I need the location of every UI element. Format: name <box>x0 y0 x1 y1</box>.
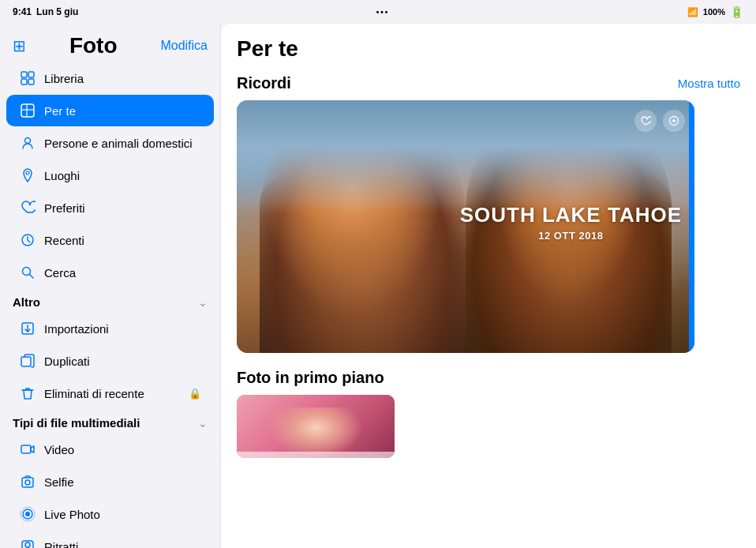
sidebar-title: Foto <box>69 33 118 58</box>
recenti-label: Recenti <box>44 234 201 247</box>
luoghi-icon <box>19 167 36 184</box>
libreria-label: Libreria <box>44 72 201 85</box>
svg-point-16 <box>25 480 30 485</box>
memory-actions <box>634 110 685 132</box>
lock-icon: 🔒 <box>189 388 201 400</box>
sidebar-item-cerca[interactable]: Cerca <box>6 257 214 288</box>
live-photo-label: Live Photo <box>44 508 201 521</box>
right-accent <box>689 100 694 353</box>
svg-rect-3 <box>28 79 34 84</box>
sidebar-item-ritratti[interactable]: Ritratti <box>6 531 214 548</box>
app-container: ⊞ Foto Modifica Libreria <box>0 24 756 548</box>
portrait-person <box>268 407 363 458</box>
memory-more-button[interactable] <box>663 110 685 132</box>
duplicati-icon <box>19 352 36 370</box>
sidebar-item-recenti[interactable]: Recenti <box>6 224 214 256</box>
persone-icon <box>19 134 36 152</box>
memory-like-button[interactable] <box>634 110 657 132</box>
sidebar-item-importazioni[interactable]: Importazioni <box>6 313 214 344</box>
sidebar-item-live-photo[interactable]: Live Photo <box>6 498 214 530</box>
altro-title: Altro <box>13 295 40 309</box>
status-dots: ••• <box>376 8 390 17</box>
sidebar: ⊞ Foto Modifica Libreria <box>0 24 221 548</box>
svg-rect-14 <box>21 445 31 453</box>
svg-rect-0 <box>21 72 27 77</box>
svg-rect-1 <box>28 72 34 77</box>
ritratti-icon <box>19 538 36 548</box>
memory-title-block: SOUTH LAKE TAHOE 12 OTT 2018 <box>460 204 682 242</box>
altro-chevron-icon: ⌄ <box>198 296 208 309</box>
svg-point-17 <box>25 512 30 516</box>
media-section-header[interactable]: Tipi di file multimediali ⌄ <box>0 410 220 433</box>
per-te-icon <box>19 102 36 119</box>
memory-title-text: SOUTH LAKE TAHOE <box>460 204 682 227</box>
selfie-icon <box>19 473 36 490</box>
wifi-icon: 📶 <box>687 7 698 17</box>
svg-rect-2 <box>21 79 27 84</box>
recenti-icon <box>19 231 36 249</box>
battery-icon: 🔋 <box>730 6 743 18</box>
sidebar-item-duplicati[interactable]: Duplicati <box>6 345 214 377</box>
portrait-bottom-bar <box>237 452 395 458</box>
ricordi-section-header: Ricordi Mostra tutto <box>237 74 740 92</box>
per-te-label: Per te <box>44 104 201 118</box>
sidebar-toggle-icon[interactable]: ⊞ <box>13 36 26 55</box>
memory-card[interactable]: SOUTH LAKE TAHOE 12 OTT 2018 <box>237 100 694 353</box>
modify-button[interactable]: Modifica <box>160 39 208 53</box>
svg-rect-13 <box>21 357 31 366</box>
importazioni-label: Importazioni <box>44 322 201 336</box>
preferiti-label: Preferiti <box>44 201 201 215</box>
sidebar-item-luoghi[interactable]: Luoghi <box>6 160 214 191</box>
luoghi-label: Luoghi <box>44 169 201 182</box>
sidebar-item-preferiti[interactable]: Preferiti <box>6 192 214 223</box>
svg-line-11 <box>30 275 34 279</box>
portrait-heading: Foto in primo piano <box>237 369 740 387</box>
media-title: Tipi di file multimediali <box>13 416 140 430</box>
page-title: Per te <box>237 36 740 62</box>
show-all-button[interactable]: Mostra tutto <box>678 77 740 90</box>
altro-section-header[interactable]: Altro ⌄ <box>0 289 220 312</box>
preferiti-icon <box>19 199 36 216</box>
duplicati-label: Duplicati <box>44 355 201 368</box>
eliminati-label: Eliminati di recente <box>44 387 178 400</box>
svg-point-20 <box>25 542 30 547</box>
status-right: 📶 100% 🔋 <box>687 6 743 18</box>
cerca-icon <box>19 264 36 281</box>
importazioni-icon <box>19 320 36 337</box>
status-time: 9:41 <box>13 6 32 17</box>
sidebar-item-libreria[interactable]: Libreria <box>6 62 214 94</box>
portrait-section: Foto in primo piano <box>237 369 740 458</box>
sidebar-item-persone[interactable]: Persone e animali domestici <box>6 127 214 159</box>
sidebar-header: ⊞ Foto Modifica <box>0 24 220 62</box>
selfie-label: Selfie <box>44 475 201 489</box>
main-content: Per te Ricordi Mostra tutto SOUTH LAKE T… <box>221 24 756 548</box>
sidebar-item-eliminati[interactable]: Eliminati di recente 🔒 <box>6 377 214 409</box>
status-center: ••• <box>376 8 390 17</box>
ritratti-label: Ritratti <box>44 540 201 549</box>
battery-percentage: 100% <box>703 7 725 17</box>
ricordi-heading: Ricordi <box>237 74 291 92</box>
cerca-label: Cerca <box>44 266 201 280</box>
sidebar-item-per-te[interactable]: Per te <box>6 95 214 126</box>
video-icon <box>19 441 36 458</box>
status-bar: 9:41 Lun 5 giu ••• 📶 100% 🔋 <box>0 0 756 24</box>
media-chevron-icon: ⌄ <box>198 417 208 430</box>
status-left: 9:41 Lun 5 giu <box>13 6 78 17</box>
libreria-icon <box>19 69 36 87</box>
memory-date: 12 OTT 2018 <box>460 230 682 242</box>
svg-rect-15 <box>22 478 33 487</box>
live-photo-icon <box>19 505 36 523</box>
video-label: Video <box>44 443 201 456</box>
sidebar-item-selfie[interactable]: Selfie <box>6 466 214 497</box>
persone-label: Persone e animali domestici <box>44 137 201 150</box>
svg-rect-4 <box>21 104 34 117</box>
status-day: Lun 5 giu <box>36 6 78 17</box>
svg-point-8 <box>26 171 29 175</box>
sidebar-item-video[interactable]: Video <box>6 434 214 465</box>
svg-point-7 <box>25 138 31 144</box>
portrait-preview[interactable] <box>237 395 395 458</box>
eliminati-icon <box>19 385 36 402</box>
